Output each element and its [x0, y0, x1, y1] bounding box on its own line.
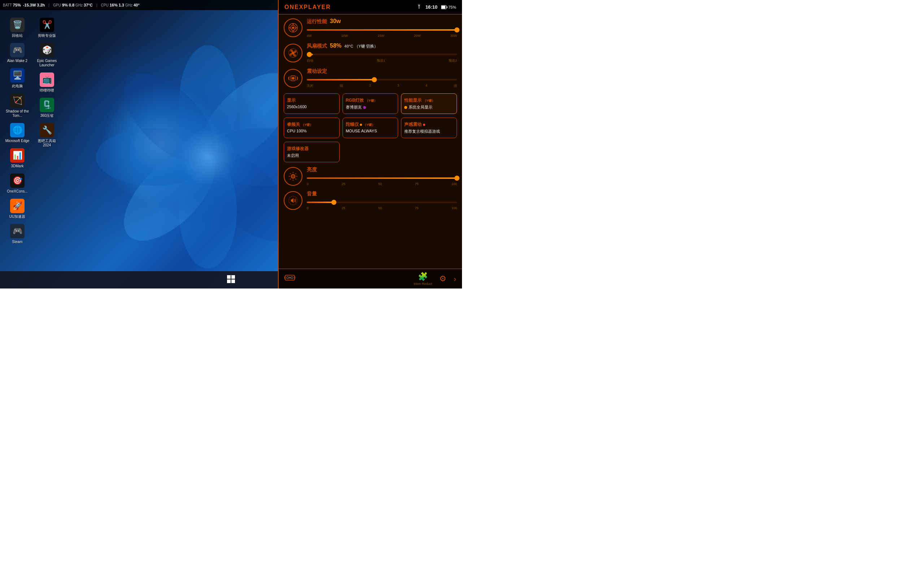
perf-title: 运行性能 [307, 18, 327, 25]
display-btn-title: 显示 [287, 97, 336, 103]
gyro-btn-title: 陀螺仪 （Y键） [346, 121, 395, 128]
display-btn-sub: 2560x1600 [287, 105, 336, 109]
gyro-btn-sub: MOUSE ALWAYS [346, 129, 395, 133]
icon-label-capcut: 剪映专业版 [38, 34, 56, 38]
icon-img-alan-wake: 🎮 [10, 43, 24, 57]
perf-value: 30w [330, 18, 341, 24]
desktop-icon-alan-wake[interactable]: 🎮 Alan Wake 2 [3, 41, 32, 65]
sleep-freq-button[interactable]: 睿频关 （Y键） CPU 100% [284, 118, 340, 138]
icon-img-onexconsole: 🎯 [10, 174, 24, 188]
svg-point-7 [108, 57, 231, 180]
svg-point-6 [96, 128, 212, 186]
fan-slider[interactable] [307, 52, 457, 57]
icon-label-3dmark: 3DMark [11, 164, 23, 168]
vib-slider[interactable] [307, 77, 457, 82]
icon-img-edge: 🌐 [10, 123, 24, 137]
battery-icon: 75% [441, 5, 456, 10]
svg-point-0 [179, 45, 237, 161]
icon-label-onexconsole: OneXCons... [7, 189, 27, 193]
desktop-icon-onexconsole[interactable]: 🎯 OneXCons... [3, 171, 32, 196]
svg-point-4 [179, 153, 237, 269]
icon-label-edge: Microsoft Edge [5, 139, 30, 143]
svg-rect-15 [446, 6, 447, 8]
next-button[interactable]: › [454, 275, 456, 283]
vib-title: 震动设定 [307, 68, 327, 75]
icon-img-uu-speed: 🚀 [10, 199, 24, 213]
svg-line-32 [296, 179, 296, 179]
desktop-icon-epic[interactable]: 🎲 Epic Games Launcher [32, 41, 61, 69]
footer-right: 🧩 Mem Reduct ⚙ › [414, 272, 456, 285]
desktop-icon-zip360[interactable]: 🗜️ 360压缩 [32, 95, 61, 120]
onexplayer-panel: ONEXPLAYER 16:10 [278, 0, 462, 288]
desktop-icon-shadow-tomb[interactable]: 🏹 Shadow of the Tom... [3, 91, 32, 120]
start-button[interactable] [225, 273, 237, 286]
panel-status: 16:10 75% [416, 4, 456, 10]
brightness-slider[interactable] [307, 175, 457, 181]
perf-labels: 4W 10W 15W 20W 30W [307, 34, 457, 37]
icon-img-steam: 🎮 [10, 224, 24, 239]
panel-logo: ONEXPLAYER [284, 4, 331, 10]
display-button[interactable]: 显示 2560x1600 [284, 93, 340, 114]
fan-title: 风扇模式 [307, 43, 327, 49]
batt-status: BATT 75% [3, 3, 21, 7]
icon-label-epic: Epic Games Launcher [34, 59, 60, 68]
desktop-icon-toolbox[interactable]: 🔧 图吧工具箱 2024 [32, 121, 61, 150]
game-modifier-row: 游戏修改器 未启用 [284, 142, 457, 162]
svg-point-8 [136, 85, 280, 229]
perf-display-button[interactable]: 性能显示 （Y键） 系统全局显示 [401, 93, 457, 114]
desktop-icon-uu-speed[interactable]: 🚀 UU加速器 [3, 197, 32, 221]
svg-line-31 [290, 173, 291, 174]
svg-rect-9 [227, 275, 231, 279]
vib-labels: 关闭 弱 2 3 4 强 [307, 84, 457, 89]
icon-label-shadow-tomb: Shadow of the Tom... [4, 109, 30, 118]
svg-point-24 [292, 77, 294, 79]
panel-header: ONEXPLAYER 16:10 [279, 0, 462, 15]
game-modifier-button[interactable]: 游戏修改器 未启用 [284, 142, 340, 162]
settings-button[interactable]: ⚙ [439, 274, 446, 284]
desktop-icon-recycle-bin[interactable]: 🗑️ 回收站 [3, 16, 32, 40]
panel-content[interactable]: CPU 运行性能 30w 4W [279, 15, 462, 269]
icon-label-recycle-bin: 回收站 [12, 34, 23, 38]
gyro-button[interactable]: 陀螺仪 （Y键） MOUSE ALWAYS [342, 118, 399, 138]
brightness-row: 亮度 0 25 50 75 100 [284, 167, 457, 186]
performance-icon: CPU [284, 18, 302, 37]
brightness-labels: 0 25 50 75 100 [307, 182, 457, 186]
svg-rect-12 [231, 279, 235, 283]
perf-display-btn-title: 性能显示 （Y键） [404, 97, 454, 103]
desktop-icon-3dmark[interactable]: 📊 3DMark [3, 146, 32, 171]
performance-slider[interactable] [307, 27, 457, 33]
svg-rect-16 [441, 6, 446, 9]
mem-reduct-button[interactable]: 🧩 Mem Reduct [414, 272, 432, 285]
desktop-icon-capcut[interactable]: ✂️ 剪映专业版 [32, 16, 61, 40]
desktop-icon-steam[interactable]: 🎮 Steam [3, 222, 32, 246]
icon-img-this-pc: 🖥️ [10, 68, 24, 82]
desktop-icon-edge[interactable]: 🌐 Microsoft Edge [3, 121, 32, 145]
game-mod-sub: 未启用 [287, 153, 336, 158]
rgb-button[interactable]: RGB灯效 （Y键） 赛博朋克 [342, 93, 399, 114]
icon-img-zip360: 🗜️ [40, 98, 54, 112]
icon-label-toolbox: 图吧工具箱 2024 [34, 139, 60, 148]
perf-display-btn-sub: 系统全局显示 [404, 105, 454, 110]
console-button[interactable] [284, 274, 295, 284]
svg-point-25 [291, 174, 295, 179]
volume-labels: 0 25 50 75 100 [307, 206, 457, 210]
rgb-btn-title: RGB灯效 （Y键） [346, 97, 395, 103]
haptic-button[interactable]: 声感震动 推荐复古模拟器游戏 [401, 118, 457, 138]
volume-slider[interactable] [307, 200, 457, 205]
sleep-btn-sub: CPU 100% [287, 129, 336, 133]
svg-point-21 [292, 52, 294, 54]
desktop-icon-this-pc[interactable]: 🖥️ 此电脑 [3, 66, 32, 90]
desktop: BATT 75% -15.3W 3.2h | GPU 9% 0.8 GHz 37… [0, 0, 462, 288]
panel-time: 16:10 [426, 4, 438, 10]
icon-label-alan-wake: Alan Wake 2 [7, 59, 27, 63]
cpu-status: CPU 16% 1.3 GHz 40° [101, 3, 140, 7]
svg-line-33 [296, 173, 296, 174]
icon-img-shadow-tomb: 🏹 [10, 93, 24, 108]
desktop-icon-bilibili[interactable]: 📺 哔哩哔哩 [32, 70, 61, 95]
performance-control: 运行性能 30w 4W 10W 15W 20W 30W [307, 18, 457, 37]
brightness-control: 亮度 0 25 50 75 100 [307, 167, 457, 186]
icon-label-zip360: 360压缩 [40, 114, 54, 118]
icon-img-epic: 🎲 [40, 43, 54, 57]
svg-line-34 [290, 179, 291, 179]
mem-label: Mem Reduct [414, 282, 432, 285]
